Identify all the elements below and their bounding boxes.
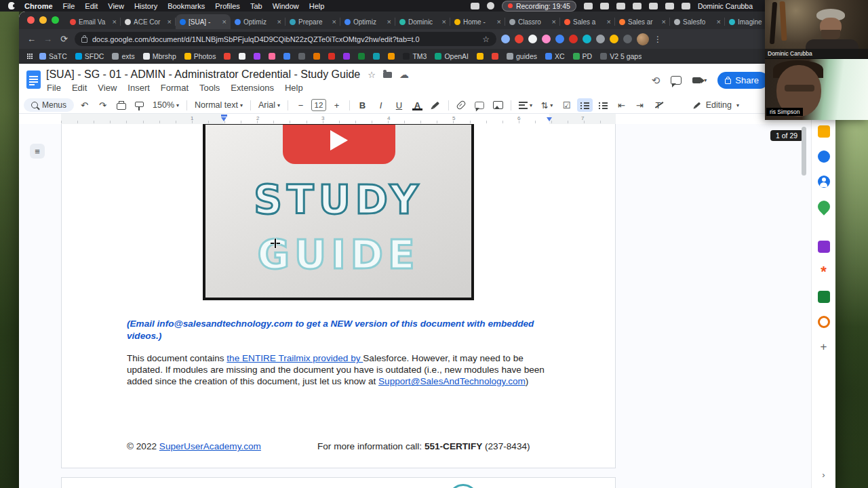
bookmark-item[interactable]: XC [545, 52, 565, 60]
align-button[interactable]: ▾ [516, 98, 535, 112]
bookmark-item[interactable] [388, 53, 395, 60]
bookmark-item[interactable] [492, 53, 498, 60]
trailmix-link[interactable]: the ENTIRE Trailmix provided by [226, 353, 363, 363]
recording-indicator[interactable]: Recording: 19:45 [502, 1, 576, 12]
left-indent-marker[interactable] [221, 117, 226, 121]
get-addons-icon[interactable]: + [818, 341, 830, 353]
camera-icon[interactable] [600, 3, 609, 9]
menubar-item[interactable]: Edit [85, 2, 98, 10]
menubar-item[interactable]: History [134, 2, 157, 10]
decrease-indent-button[interactable]: ⇤ [614, 98, 629, 112]
document-page[interactable]: STUDY GUIDE (Email info@salesandtechnolo… [61, 124, 616, 468]
bookmark-item[interactable]: TM3 [403, 52, 427, 60]
extension-icon[interactable] [623, 35, 632, 43]
profile-avatar[interactable] [637, 33, 649, 45]
document-title[interactable]: [SUA] - SG - 01 - ADMIN - Administrator … [46, 68, 360, 81]
next-page[interactable] [61, 477, 616, 488]
tab-close-icon[interactable]: × [332, 18, 336, 26]
speaker-icon[interactable] [633, 3, 642, 9]
menubar-item[interactable]: Chrome [24, 2, 53, 10]
italic-button[interactable]: I [373, 98, 389, 112]
close-window-button[interactable] [27, 16, 35, 24]
decrease-font-size-button[interactable]: − [293, 98, 309, 112]
extension-icon[interactable] [501, 35, 510, 43]
bookmark-item[interactable]: SFDC [75, 52, 104, 60]
addon-icon-2[interactable]: * [818, 266, 830, 278]
addon-icon-1[interactable] [818, 241, 830, 253]
minimize-window-button[interactable] [39, 16, 47, 24]
document-scrollbar[interactable] [802, 125, 806, 485]
menubar-item[interactable]: File [63, 2, 75, 10]
menubar-item[interactable]: Window [273, 2, 299, 10]
browser-tab[interactable]: Home - × [450, 14, 505, 29]
insert-image-button[interactable] [490, 98, 506, 112]
right-indent-marker[interactable] [547, 117, 552, 121]
font-family-select[interactable]: Arial▾ [256, 98, 283, 112]
document-outline-button[interactable]: ≡ [30, 144, 45, 159]
support-email-link[interactable]: Support@SalesA​ndTechnology.com [378, 376, 526, 386]
tab-close-icon[interactable]: × [277, 18, 281, 26]
browser-tab[interactable]: Sales a × [560, 14, 615, 29]
webcam-video-1[interactable]: Dominic Carubba [765, 0, 868, 59]
chrome-menu-icon[interactable]: ⋮ [654, 35, 662, 44]
docs-menu-item[interactable]: Insert [123, 82, 155, 94]
tab-close-icon[interactable]: × [113, 18, 117, 26]
bookmark-item[interactable] [343, 53, 350, 60]
redo-button[interactable]: ↷ [95, 98, 111, 112]
ruler[interactable]: 1234567 [19, 114, 835, 125]
underline-button[interactable]: U [391, 98, 407, 112]
tab-close-icon[interactable]: × [717, 18, 721, 26]
extension-icon[interactable] [610, 35, 618, 43]
docs-menu-item[interactable]: Edit [67, 82, 92, 94]
print-button[interactable] [113, 98, 129, 112]
increase-indent-button[interactable]: ⇥ [632, 98, 648, 112]
bluetooth-icon[interactable] [649, 3, 658, 9]
checklist-button[interactable]: ☑ [559, 98, 574, 112]
tab-close-icon[interactable]: × [662, 18, 666, 26]
docs-menu-item[interactable]: File [42, 82, 66, 94]
tab-close-icon[interactable]: × [552, 18, 556, 26]
browser-tab[interactable]: Salesfo × [670, 14, 725, 29]
increase-font-size-button[interactable]: + [329, 98, 344, 112]
highlight-button[interactable] [428, 98, 443, 112]
zoom-select[interactable]: 150%▾ [150, 98, 182, 112]
tab-close-icon[interactable]: × [607, 18, 611, 26]
forward-button[interactable]: → [42, 34, 54, 44]
bookmark-item[interactable] [328, 53, 335, 60]
extension-icon[interactable] [596, 35, 605, 43]
video-call-button[interactable]: ▾ [692, 77, 707, 83]
bookmark-star-icon[interactable]: ☆ [482, 35, 490, 44]
keyboard-icon[interactable] [584, 3, 593, 9]
addon-icon-3[interactable] [818, 291, 830, 303]
bookmark-item[interactable] [477, 53, 484, 60]
tab-close-icon[interactable]: × [387, 18, 391, 26]
star-icon[interactable]: ☆ [368, 70, 376, 79]
extension-icon[interactable] [555, 35, 564, 43]
bookmark-item[interactable] [298, 53, 305, 60]
bookmark-item[interactable] [239, 53, 245, 60]
bulleted-list-button[interactable] [577, 98, 593, 112]
extension-icon[interactable] [583, 35, 591, 43]
font-size-input[interactable]: 12 [311, 99, 326, 111]
browser-tab[interactable]: ACE Cor × [121, 14, 176, 29]
bold-button[interactable]: B [355, 98, 370, 112]
apps-grid-icon[interactable] [27, 54, 28, 55]
extension-icon[interactable] [528, 35, 537, 43]
apple-menu-icon[interactable] [8, 2, 15, 9]
bookmark-item[interactable]: SaTC [39, 52, 67, 60]
clear-formatting-button[interactable]: T [650, 98, 666, 112]
comments-icon[interactable] [671, 76, 682, 85]
webcam-video-2[interactable]: ris Simpson [765, 59, 868, 120]
bookmark-item[interactable]: guides [507, 52, 537, 60]
tasks-icon[interactable] [818, 150, 830, 163]
addon-icon-4[interactable] [818, 316, 830, 328]
browser-tab[interactable]: Classro × [505, 14, 560, 29]
undo-button[interactable]: ↶ [77, 98, 92, 112]
volume-icon[interactable] [487, 2, 494, 9]
docs-menu-item[interactable]: View [93, 82, 121, 94]
menubar-item[interactable]: Tab [250, 2, 262, 10]
numbered-list-button[interactable] [595, 98, 611, 112]
docs-menu-item[interactable]: Help [280, 82, 308, 94]
scrollbar-thumb[interactable] [802, 127, 806, 176]
share-button[interactable]: Share [717, 72, 768, 89]
